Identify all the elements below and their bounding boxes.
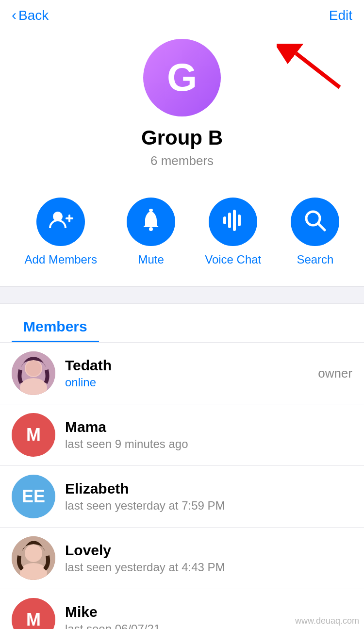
actions-section: Add Members Mute [0,183,364,286]
group-avatar: G [143,39,221,116]
add-members-icon [48,208,73,236]
member-name: Mama [65,419,352,435]
svg-line-1 [296,53,340,87]
search-circle [291,198,339,246]
svg-line-12 [318,223,325,230]
member-name: Elizabeth [65,480,352,497]
add-members-circle [36,198,85,246]
avatar: M [12,413,55,457]
arrow-annotation [277,44,335,83]
member-info: Lovely last seen yesterday at 4:43 PM [65,542,352,574]
member-info: Mama last seen 9 minutes ago [65,419,352,451]
voice-chat-icon [220,208,246,236]
watermark: www.deuaq.com [295,616,359,626]
action-search[interactable]: Search [291,198,339,266]
member-status: last seen 9 minutes ago [65,437,352,451]
action-voice-chat[interactable]: Voice Chat [205,198,261,266]
member-role: owner [318,366,352,381]
member-info: Elizabeth last seen yesterday at 7:59 PM [65,480,352,513]
group-avatar-letter: G [167,55,197,100]
member-status: last seen yesterday at 4:43 PM [65,561,352,574]
avatar [12,351,55,395]
voice-chat-label: Voice Chat [205,253,261,266]
header: ‹ Back Edit [0,0,364,29]
mute-circle [127,198,175,246]
member-list: Tedath online owner M Mama last seen 9 m… [0,343,364,629]
svg-rect-7 [223,216,226,224]
action-mute[interactable]: Mute [127,198,175,266]
edit-button[interactable]: Edit [329,8,352,23]
member-info: Tedath online [65,357,308,389]
svg-rect-9 [233,210,236,231]
member-name: Lovely [65,542,352,559]
svg-rect-8 [228,213,231,228]
avatar [12,536,55,580]
group-members-count: 6 members [150,153,214,168]
member-name: Tedath [65,357,308,374]
table-row[interactable]: M Mama last seen 9 minutes ago [0,404,364,466]
svg-rect-10 [238,215,241,226]
group-name: Group B [141,126,223,149]
search-label: Search [297,253,333,266]
chevron-left-icon: ‹ [12,8,17,22]
search-icon [302,208,328,236]
members-header: Members [12,314,99,342]
member-status: last seen yesterday at 7:59 PM [65,499,352,513]
bell-icon [138,208,164,236]
svg-rect-6 [149,209,153,212]
avatar: EE [12,475,55,518]
back-label: Back [18,8,49,23]
table-row[interactable]: Lovely last seen yesterday at 4:43 PM [0,528,364,589]
profile-section: G Group B 6 members [0,29,364,183]
members-section: Members Tedath online [0,304,364,629]
action-add-members[interactable]: Add Members [25,198,97,266]
members-title: Members [23,318,87,334]
table-row[interactable]: EE Elizabeth last seen yesterday at 7:59… [0,466,364,528]
svg-point-5 [149,227,153,231]
voice-chat-circle [209,198,257,246]
mute-label: Mute [138,253,164,266]
avatar: M [12,598,55,629]
divider-section [0,286,364,304]
table-row[interactable]: Tedath online owner [0,343,364,404]
svg-point-16 [26,361,41,376]
member-status: online [65,376,308,389]
add-members-label: Add Members [25,253,97,266]
svg-point-18 [25,545,42,562]
back-button[interactable]: ‹ Back [12,8,49,23]
